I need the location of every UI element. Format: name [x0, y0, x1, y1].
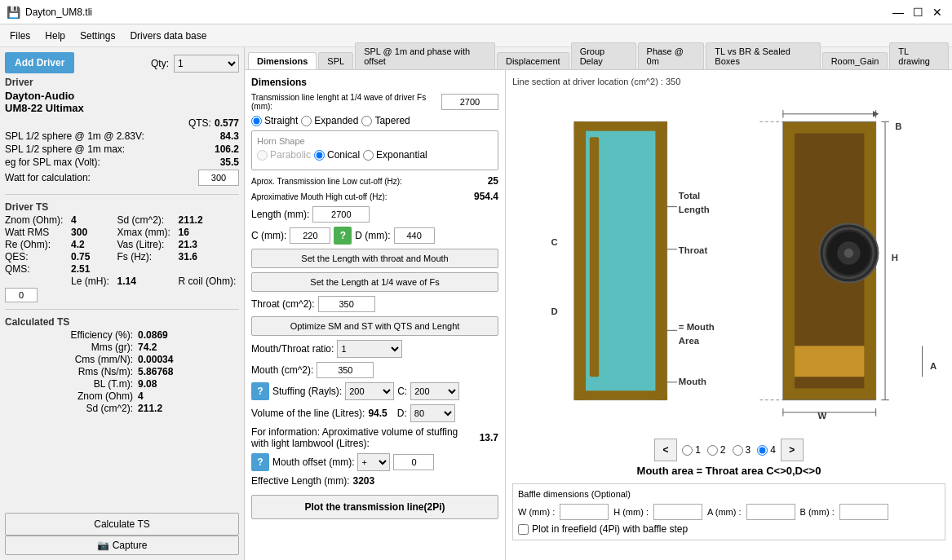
- svg-rect-14: [795, 346, 864, 377]
- length-input[interactable]: [312, 206, 370, 223]
- menu-settings[interactable]: Settings: [73, 28, 122, 44]
- minimize-button[interactable]: —: [890, 4, 906, 20]
- horn-exponantial[interactable]: Exponantial: [363, 149, 427, 161]
- menu-help[interactable]: Help: [38, 28, 72, 44]
- b-dim-label: B: [895, 121, 901, 131]
- znom-label: Znom (Ohm):: [5, 214, 66, 226]
- re-label: Re (Ohm):: [5, 239, 66, 250]
- add-driver-button[interactable]: Add Driver: [5, 52, 74, 73]
- radio-2[interactable]: 2: [707, 444, 726, 456]
- horn-conical-label: Conical: [327, 149, 360, 161]
- spl-value: 84.3: [220, 130, 239, 142]
- d-input[interactable]: [394, 227, 435, 244]
- radio-3[interactable]: 3: [733, 444, 751, 456]
- tab-room-gain[interactable]: Room_Gain: [822, 52, 888, 69]
- b-label: B (mm) :: [800, 507, 835, 517]
- volume-row: Volume of the line (Litres): 94.5 D: 806…: [251, 404, 498, 422]
- set-quarter-button[interactable]: Set the Length at 1/4 wave of Fs: [251, 272, 498, 292]
- effective-length-label: Effective Length (mm):: [251, 475, 350, 487]
- nav-area: < 1 2 3: [654, 439, 804, 461]
- tab-displacement[interactable]: Displacement: [497, 52, 569, 69]
- shape-straight[interactable]: Straight: [251, 115, 298, 126]
- mouth-text: Mouth: [679, 377, 706, 386]
- rcoil-input[interactable]: [5, 288, 38, 302]
- freefield-checkbox[interactable]: [518, 524, 529, 535]
- qty-select[interactable]: 1234: [174, 55, 239, 73]
- mouth-eq-label: Mouth area = Throat area C<>0,D<>0: [637, 465, 821, 477]
- svg-rect-1: [574, 121, 667, 399]
- mouth-ratio-row: Mouth/Throat ratio: 124: [251, 340, 498, 358]
- mouth-label: Mouth (cm^2):: [251, 364, 313, 376]
- h-input[interactable]: [653, 504, 702, 520]
- mouth-ratio-label: Mouth/Throat ratio:: [251, 343, 334, 355]
- tab-bar: Dimensions SPL SPL @ 1m and phase with o…: [245, 47, 952, 70]
- calculate-ts-button[interactable]: Calculate TS: [5, 513, 239, 536]
- stuffing-select[interactable]: 200100400: [345, 382, 394, 400]
- mouth-offset-question-btn[interactable]: ?: [251, 453, 269, 471]
- d-sub-select[interactable]: 8060100: [410, 404, 455, 422]
- horn-parabolic[interactable]: Parabolic: [257, 149, 311, 161]
- mouth-offset-sign-select[interactable]: +-: [357, 453, 390, 471]
- w-input[interactable]: [560, 504, 609, 520]
- svg-rect-3: [655, 121, 666, 399]
- menu-files[interactable]: Files: [3, 28, 37, 44]
- tab-spl-phase[interactable]: SPL @ 1m and phase with offset: [355, 42, 495, 69]
- nav-prev-button[interactable]: <: [654, 439, 677, 461]
- spl-label: SPL 1/2 sphere @ 1m @ 2.83V:: [5, 130, 144, 142]
- qms-empty: [117, 263, 174, 275]
- xmax-label: Xmax (mm):: [117, 227, 174, 238]
- mms-value: 74.2: [138, 342, 239, 353]
- watt-input[interactable]: [198, 170, 239, 186]
- optimize-button[interactable]: Optimize SM and ST with QTS and Lenght: [251, 316, 498, 336]
- title-bar: 💾 Dayton_UM8.tli — ☐ ✕: [0, 0, 952, 24]
- a-input[interactable]: [746, 504, 795, 520]
- c-stuffing-select[interactable]: 200100400: [410, 382, 459, 400]
- horn-shape-group: Horn Shape Parabolic Conical Expon: [251, 130, 498, 170]
- shape-tapered[interactable]: Tapered: [361, 115, 410, 126]
- close-button[interactable]: ✕: [929, 4, 945, 20]
- mms-label: Mms (gr):: [5, 342, 133, 353]
- plot-button[interactable]: Plot the transmission line(2Pi): [251, 495, 498, 519]
- tab-phase[interactable]: Phase @ 0m: [638, 42, 705, 69]
- tab-tl-vs-br[interactable]: TL vs BR & Sealed Boxes: [706, 42, 820, 69]
- eg-label: eg for SPL max (Volt):: [5, 157, 100, 168]
- freefield-row: Plot in freefield (4Pi) with baffle step: [518, 523, 940, 535]
- set-length-button[interactable]: Set the Length with throat and Mouth: [251, 249, 498, 268]
- mouth-ratio-select[interactable]: 124: [337, 340, 402, 358]
- sd-label: Sd (cm^2):: [117, 214, 174, 226]
- shape-expanded[interactable]: Expanded: [301, 115, 358, 126]
- maximize-button[interactable]: ☐: [910, 4, 926, 20]
- tab-dimensions[interactable]: Dimensions: [248, 52, 317, 69]
- mouth-offset-input[interactable]: [393, 454, 434, 470]
- c-question-button[interactable]: ?: [334, 227, 352, 245]
- length-label: Length (mm):: [251, 209, 309, 220]
- tl-length-input[interactable]: [441, 94, 498, 110]
- nav-next-button[interactable]: >: [781, 439, 804, 461]
- driver-name-line2: UM8-22 Ultimax: [5, 102, 239, 114]
- c-input[interactable]: [290, 227, 330, 244]
- qes-value: 0.75: [71, 251, 112, 262]
- tab-tl-drawing[interactable]: TL drawing: [889, 42, 949, 69]
- low-cutoff-label: Aprox. Transmission line Low cut-off (Hz…: [251, 177, 485, 186]
- tab-content: Dimensions Transmission line lenght at 1…: [245, 70, 952, 560]
- throat-text: Throat: [679, 245, 708, 255]
- svg-rect-5: [574, 390, 667, 399]
- throat-input[interactable]: [318, 296, 375, 312]
- qms-value: 2.51: [71, 263, 112, 275]
- right-panel: Dimensions SPL SPL @ 1m and phase with o…: [245, 47, 952, 560]
- tab-group-delay[interactable]: Group Delay: [571, 42, 636, 69]
- horn-shape-row: Parabolic Conical Exponantial: [257, 149, 493, 161]
- camera-icon: 📷: [97, 540, 109, 551]
- baffle-title: Baffle dimensions (Optional): [518, 489, 940, 499]
- tab-spl[interactable]: SPL: [318, 52, 353, 69]
- radio-4[interactable]: 4: [757, 444, 776, 456]
- mouth-input[interactable]: [317, 362, 374, 378]
- menu-drivers-db[interactable]: Drivers data base: [123, 28, 213, 44]
- stuffing-question-btn[interactable]: ?: [251, 382, 269, 400]
- effective-length-value: 3203: [353, 475, 375, 487]
- b-input[interactable]: [839, 504, 888, 520]
- horn-conical[interactable]: Conical: [314, 149, 360, 161]
- radio-1[interactable]: 1: [682, 444, 701, 456]
- driver-ts-title: Driver TS: [5, 201, 239, 213]
- capture-button[interactable]: 📷 Capture: [5, 536, 239, 555]
